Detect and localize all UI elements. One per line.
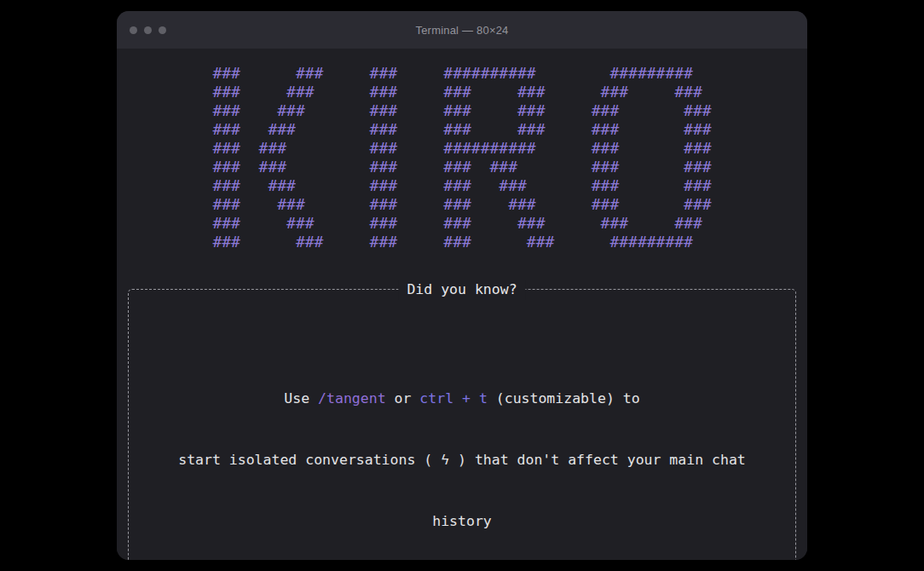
kiro-ascii-art: ### ### ### ########## ######### ### ###… [212,64,711,251]
ctrl-t-shortcut-text: ctrl + t [419,390,487,407]
window-control-zoom[interactable] [159,26,166,34]
window-title: Terminal — 80×24 [415,24,508,37]
tip-line-1: Use /tangent or ctrl + t (customizable) … [136,389,788,409]
tip-line-3: history [136,511,788,532]
terminal-content[interactable]: ### ### ### ########## ######### ### ###… [117,49,807,560]
titlebar[interactable]: Terminal — 80×24 [117,11,807,49]
window-control-close[interactable] [130,26,137,34]
window-controls [130,11,166,49]
window-control-minimize[interactable] [144,26,152,34]
tip-line-2: start isolated conversations ( ϟ ) that … [136,450,788,470]
did-you-know-box: Did you know? Use /tangent or ctrl + t (… [128,289,796,560]
tangent-command-text: /tangent [318,390,385,407]
tip-box-title: Did you know? [398,280,525,300]
terminal-window: Terminal — 80×24 ### ### ### ########## … [117,11,807,560]
